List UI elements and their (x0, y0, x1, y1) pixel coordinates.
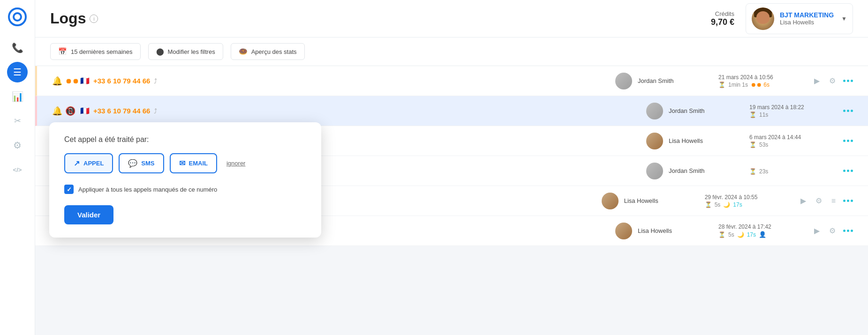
stats-button[interactable]: 🍩 Aperçu des stats (231, 43, 305, 60)
phone-number: +33 6 10 79 44 66 (93, 77, 150, 85)
ignore-button[interactable]: ignorer (223, 156, 249, 171)
call-icon: ↗ (74, 159, 80, 168)
phone-icon: 📞 (12, 42, 23, 53)
email-icon: ✉ (179, 159, 185, 168)
credits-amount: 9,70 € (711, 17, 734, 27)
time-area: 28 févr. 2024 à 17:42 ⏳ 5s 🌙 17s 👤 (718, 223, 812, 238)
main-area: Logs i Crédits 9,70 € BJT MARKETING (35, 0, 868, 335)
log-date: 28 févr. 2024 à 17:42 (718, 223, 812, 230)
sms-button[interactable]: 💬 SMS (119, 153, 164, 173)
sidebar-item-tools[interactable]: ✂ (7, 111, 28, 131)
user-badge[interactable]: BJT MARKETING Lisa Howells ▼ (746, 3, 853, 34)
list-settings-button[interactable]: ≡ (830, 195, 838, 207)
agent-avatar (602, 193, 619, 209)
agent-area: Jordan Smith (646, 103, 749, 119)
voicemail-duration: ⏺⏺ 6s (751, 82, 770, 88)
more-options-button[interactable] (843, 110, 853, 112)
log-list: 🔔 ⏺⏺ 🇫🇷 +33 6 10 79 44 66 ⤴ Jordan Smith… (35, 66, 868, 335)
log-date: 29 févr. 2024 à 10:55 (705, 194, 799, 201)
chart-icon: 🍩 (239, 47, 248, 56)
info-icon[interactable]: i (90, 15, 98, 23)
duration-value: 23s (759, 168, 768, 175)
more-options-button[interactable] (843, 230, 853, 232)
arrow-right-button[interactable]: ▶ (812, 74, 822, 87)
code-icon: </> (13, 166, 22, 173)
agent-area: Jordan Smith (615, 73, 718, 89)
settings-button[interactable]: ⚙ (827, 224, 838, 237)
log-duration: ⏳ 1min 1s ⏺⏺ 6s (718, 82, 812, 88)
settings-button[interactable]: ⚙ (814, 194, 824, 207)
duration-talk: 17s (747, 231, 756, 238)
date-filter-button[interactable]: 📅 15 dernières semaines (50, 43, 141, 60)
more-options-button[interactable] (843, 80, 853, 82)
apply-all-checkbox[interactable]: ✓ (64, 185, 74, 194)
appel-button[interactable]: ↗ APPEL (64, 153, 113, 173)
phone-area: 🇫🇷 +33 6 10 79 44 66 ⤴ (80, 106, 646, 115)
moon-icon: 🌙 (723, 201, 730, 208)
time-area: 29 févr. 2024 à 10:55 ⏳ 5s 🌙 17s (705, 194, 799, 208)
time-area: 19 mars 2024 à 18:22 ⏳ 11s (749, 104, 843, 118)
sidebar-item-phone[interactable]: 📞 (7, 37, 28, 58)
sidebar-item-logs[interactable]: ☰ (7, 62, 28, 82)
voicemail-icon: ⏺⏺ (65, 77, 79, 85)
more-options-button[interactable] (843, 200, 853, 202)
agent-avatar (615, 73, 632, 89)
appel-label: APPEL (83, 160, 104, 167)
row-actions (843, 110, 853, 112)
agent-avatar (615, 223, 632, 239)
log-date: 6 mars 2024 à 14:44 (749, 134, 843, 141)
duration-value: 1min 1s (728, 82, 748, 88)
chevron-down-icon: ▼ (841, 15, 847, 22)
flag-icon: 🇫🇷 (80, 76, 90, 85)
user-company: BJT MARKETING (780, 11, 834, 19)
checkbox-row: ✓ Appliquer à tous les appels manqués de… (64, 185, 306, 194)
phone-area: 🇫🇷 +33 6 10 79 44 66 ⤴ (80, 76, 615, 85)
settings-button[interactable]: ⚙ (827, 74, 838, 87)
moon-icon: 🌙 (737, 231, 744, 238)
filter-button[interactable]: ⬤ Modifier les filtres (148, 43, 223, 60)
phone-number: +33 6 10 79 44 66 (93, 107, 150, 115)
popup-action-buttons: ↗ APPEL 💬 SMS ✉ EMAIL ignorer (64, 153, 306, 173)
row-icon-area: 🔔 📵 (52, 106, 80, 116)
agent-name: Lisa Howells (638, 227, 672, 234)
share-icon: ⤴ (154, 77, 157, 85)
more-options-button[interactable] (843, 170, 853, 172)
email-label: EMAIL (189, 160, 208, 167)
sidebar: 📞 ☰ 📊 ✂ ⚙ </> (0, 0, 35, 335)
sidebar-item-stats[interactable]: 📊 (7, 86, 28, 107)
agent-area: Lisa Howells (646, 133, 749, 149)
sms-icon: 💬 (128, 159, 137, 168)
check-icon: ✓ (67, 186, 72, 193)
duration-wait: 5s (728, 231, 734, 238)
validate-button[interactable]: Valider (64, 205, 113, 224)
sidebar-item-code[interactable]: </> (7, 159, 28, 180)
row-actions (843, 170, 853, 172)
agent-area: Jordan Smith (646, 163, 749, 179)
flag-icon: 🇫🇷 (80, 106, 90, 115)
agent-area: Lisa Howells (602, 193, 705, 209)
arrow-right-button[interactable]: ▶ (799, 194, 808, 207)
duration-talk: 17s (733, 201, 742, 208)
svg-point-1 (14, 13, 21, 21)
time-area: 6 mars 2024 à 14:44 ⏳ 53s (749, 134, 843, 148)
log-date: 19 mars 2024 à 18:22 (749, 104, 843, 111)
logo[interactable] (8, 7, 27, 26)
missed-call-icon: 📵 (65, 106, 75, 116)
sidebar-item-settings[interactable]: ⚙ (7, 135, 28, 156)
log-duration: ⏳ 23s (749, 168, 843, 175)
email-button[interactable]: ✉ EMAIL (170, 153, 217, 173)
validate-label: Valider (77, 211, 100, 219)
hourglass-icon: ⏳ (718, 231, 725, 238)
action-popup: Cet appel a été traité par: ↗ APPEL 💬 SM… (49, 122, 321, 238)
hourglass-icon: ⏳ (749, 112, 756, 118)
share-icon: ⤴ (154, 107, 157, 115)
row-actions: ▶ ⚙ (812, 224, 853, 237)
time-area: 21 mars 2024 à 10:56 ⏳ 1min 1s ⏺⏺ 6s (718, 74, 812, 88)
more-options-button[interactable] (843, 140, 853, 142)
bell-icon: 🔔 (52, 106, 62, 116)
time-area: ⏳ 23s (749, 167, 843, 175)
agent-area: Lisa Howells (615, 223, 718, 239)
agent-name: Lisa Howells (624, 197, 658, 204)
arrow-right-button[interactable]: ▶ (812, 224, 822, 237)
duration-value: 53s (759, 141, 768, 148)
